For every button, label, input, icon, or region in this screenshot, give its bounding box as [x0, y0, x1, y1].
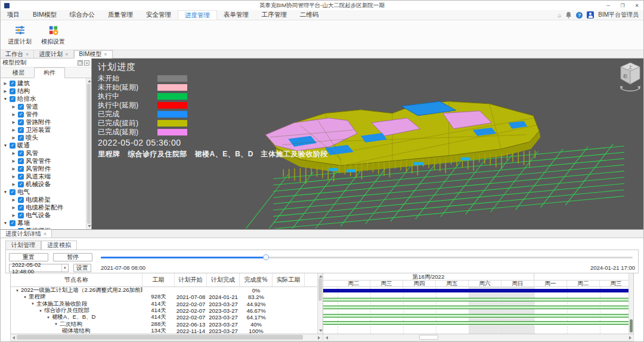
checkbox-checked-icon[interactable]: ✓	[18, 104, 24, 110]
column-header-3[interactable]: 计划开始	[175, 273, 207, 286]
settings-button[interactable]: 设置	[73, 264, 91, 272]
tree-item-2[interactable]: ▶✓结构	[1, 87, 91, 95]
table-hscrollbar[interactable]	[10, 334, 323, 341]
menu-item-4[interactable]: 质量管理	[101, 10, 140, 20]
minimize-button[interactable]: ─	[602, 1, 615, 10]
menu-item-1[interactable]: 项目	[1, 10, 26, 20]
simulation-settings-button[interactable]: 模拟设置	[38, 23, 69, 47]
doc-tab-3[interactable]: BIM模型×	[74, 50, 113, 58]
gantt-hscroll-thumb[interactable]	[419, 335, 438, 340]
checkbox-checked-icon[interactable]: ✓	[18, 119, 24, 125]
reset-button[interactable]: 重置	[9, 253, 48, 261]
scroll-left-icon[interactable]	[13, 336, 15, 340]
maximize-button[interactable]: ❐	[616, 1, 629, 10]
table-row[interactable]: 砌体墙结构134天2022-11-142023-03-27100%	[11, 328, 323, 333]
tree-collapsed-icon[interactable]: ▶	[3, 81, 8, 86]
tree-expanded-icon[interactable]: ▼	[3, 143, 8, 147]
tree-collapsed-icon[interactable]: ▶	[11, 167, 16, 171]
scroll-down-icon[interactable]	[88, 225, 91, 227]
checkbox-checked-icon[interactable]: ✓	[18, 112, 24, 118]
bell-icon[interactable]	[565, 11, 572, 19]
tree-collapsed-icon[interactable]: ▶	[11, 151, 16, 156]
checkbox-checked-icon[interactable]: ✓	[18, 174, 24, 180]
sub-tab-2[interactable]: 进度模拟	[41, 241, 77, 249]
column-header-1[interactable]: 节点名称	[11, 273, 143, 286]
column-header-5[interactable]: 完成度%	[240, 273, 273, 286]
tree-collapsed-icon[interactable]: ▶	[11, 229, 16, 230]
user-name[interactable]: BIM平台管理员	[598, 11, 639, 19]
tree-collapsed-icon[interactable]: ▶	[11, 135, 16, 140]
tree-item-20[interactable]: ▶✓幕墙竖框	[1, 227, 91, 229]
tree-collapsed-icon[interactable]: ▶	[11, 198, 16, 202]
tree-item-12[interactable]: ▶✓风管附件	[1, 165, 91, 172]
doc-tab-2[interactable]: 进度计划×	[34, 50, 73, 58]
checkbox-checked-icon[interactable]: ✓	[18, 228, 24, 230]
float-panel-icon[interactable]: ❐	[78, 60, 83, 66]
tree-expanded-icon[interactable]: ▼	[3, 97, 8, 101]
menu-item-5[interactable]: 安全管理	[140, 10, 178, 20]
tree-collapsed-icon[interactable]: ▶	[11, 120, 16, 125]
checkbox-checked-icon[interactable]: ✓	[10, 88, 16, 94]
bim-viewport[interactable]: 计划进度 未开始未开始(延期)执行中执行中(延期)已完成已完成(提前)已完成(延…	[92, 58, 643, 229]
home-icon[interactable]: ⌂	[558, 12, 561, 19]
tree-collapsed-icon[interactable]: ▶	[11, 159, 16, 164]
tree-expanded-icon[interactable]: ▼	[3, 190, 8, 194]
checkbox-checked-icon[interactable]: ✓	[18, 135, 24, 141]
close-button[interactable]: ✕	[630, 1, 643, 10]
row-expand-icon[interactable]: ▼	[47, 316, 50, 319]
detail-tab-close-icon[interactable]: ×	[44, 231, 47, 237]
tab-close-icon[interactable]: ×	[65, 51, 68, 57]
checkbox-checked-icon[interactable]: ✓	[18, 197, 24, 203]
column-header-4[interactable]: 计划完成	[207, 273, 240, 286]
checkbox-checked-icon[interactable]: ✓	[10, 96, 16, 102]
checkbox-checked-icon[interactable]: ✓	[18, 166, 24, 172]
tree-collapsed-icon[interactable]: ▶	[11, 213, 16, 218]
slider-thumb[interactable]	[263, 254, 269, 260]
close-panel-icon[interactable]: ×	[84, 60, 89, 66]
checkbox-checked-icon[interactable]: ✓	[18, 205, 24, 211]
avatar[interactable]	[587, 11, 594, 19]
row-expand-icon[interactable]: ▼	[23, 295, 27, 299]
tree-collapsed-icon[interactable]: ▶	[11, 205, 16, 210]
checkbox-checked-icon[interactable]: ✓	[18, 127, 24, 133]
tree-item-6[interactable]: ▶✓管路附件	[1, 118, 91, 126]
scroll-left-icon[interactable]	[326, 336, 328, 340]
tree-item-13[interactable]: ▶✓风道末端	[1, 172, 91, 180]
view-cube[interactable]: 上 右	[618, 60, 642, 94]
table-scroll-thumb[interactable]	[318, 278, 322, 301]
tree-item-18[interactable]: ▶✓电气设备	[1, 211, 91, 219]
menu-item-7[interactable]: 表单管理	[217, 10, 255, 20]
tab-close-icon[interactable]: ×	[26, 51, 29, 57]
menu-item-8[interactable]: 工序管理	[255, 10, 293, 20]
chevron-down-icon[interactable]: ▾	[61, 264, 68, 272]
tree-item-11[interactable]: ▶✓风管管件	[1, 157, 91, 165]
checkbox-checked-icon[interactable]: ✓	[18, 150, 24, 156]
tree-item-4[interactable]: ▶✓管道	[1, 103, 91, 110]
gantt-hscrollbar[interactable]	[323, 334, 634, 341]
sub-tab-1[interactable]: 计划管理	[5, 241, 41, 249]
tree-item-14[interactable]: ▶✓机械设备	[1, 180, 91, 188]
row-expand-icon[interactable]: ▼	[54, 322, 58, 326]
tree-item-10[interactable]: ▶✓风管	[1, 149, 91, 157]
tree-collapsed-icon[interactable]: ▶	[11, 174, 16, 179]
menu-item-3[interactable]: 综合办公	[63, 10, 101, 20]
doc-tab-1[interactable]: 工作台×	[1, 50, 34, 58]
timeline-slider[interactable]	[101, 253, 633, 261]
tree-item-15[interactable]: ▼✓电气	[1, 188, 91, 196]
checkbox-checked-icon[interactable]: ✓	[10, 143, 16, 149]
tree-collapsed-icon[interactable]: ▶	[3, 89, 8, 94]
row-expand-icon[interactable]: ▼	[39, 309, 42, 313]
tree-scroll-thumb[interactable]	[87, 84, 91, 224]
column-header-2[interactable]: 工期	[143, 273, 175, 286]
checkbox-checked-icon[interactable]: ✓	[18, 181, 24, 187]
panel-tab-1[interactable]: 楼层	[3, 67, 34, 78]
checkbox-checked-icon[interactable]: ✓	[10, 189, 16, 195]
schedule-plan-button[interactable]: 进度计划	[4, 23, 35, 47]
column-header-6[interactable]: 实际工期	[273, 273, 305, 286]
tree-item-17[interactable]: ▶✓电缆桥架配件	[1, 204, 91, 211]
table-hscroll-thumb[interactable]	[17, 335, 303, 340]
menu-item-6[interactable]: 进度管理	[178, 10, 217, 20]
scroll-down-icon[interactable]	[319, 329, 323, 332]
help-icon[interactable]: ?	[576, 12, 583, 19]
checkbox-checked-icon[interactable]: ✓	[18, 158, 24, 164]
